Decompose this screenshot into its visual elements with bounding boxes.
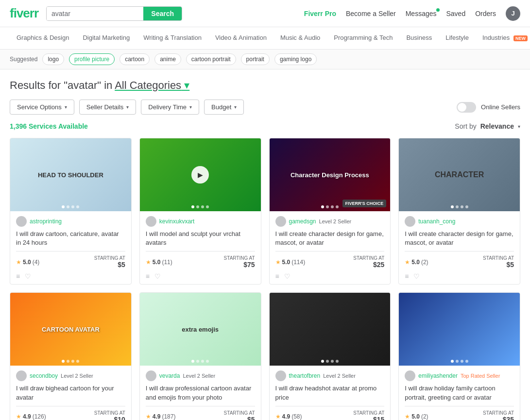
category-link[interactable]: All Categories ▾ — [115, 79, 189, 91]
card-item[interactable]: Character Design Process FIVERR'S CHOICE… — [269, 138, 391, 285]
seller-info: secondboy Level 2 Seller — [16, 370, 125, 381]
card-item[interactable]: extra emojis vevarda Level 2 Seller I wi… — [139, 292, 261, 420]
seller-level: Level 2 Seller — [323, 373, 356, 379]
rating-value: 5.0 — [411, 413, 420, 420]
star-icon: ★ — [146, 413, 151, 420]
card-footer: ★ 5.0 (2) STARTING AT $5 — [405, 251, 514, 269]
seller-level: Level 2 Seller — [183, 373, 215, 379]
rating-value: 4.9 — [153, 413, 161, 420]
nav-lifestyle[interactable]: Lifestyle — [439, 27, 476, 49]
play-button[interactable]: ▶ — [191, 166, 209, 184]
tag-logo[interactable]: logo — [42, 53, 64, 65]
sort-control[interactable]: Sort by Relevance ▾ — [455, 122, 520, 130]
price-info: STARTING AT $5 — [483, 255, 514, 269]
tag-portrait[interactable]: portrait — [241, 53, 270, 65]
card-rating: ★ 4.9 (58) — [275, 413, 302, 420]
seller-name[interactable]: vevarda — [159, 372, 180, 379]
suggested-bar: Suggested logo profile picture cartoon a… — [0, 50, 530, 69]
card-rating: ★ 5.0 (11) — [146, 259, 172, 266]
seller-name[interactable]: secondboy — [30, 372, 58, 379]
card-title: I will draw cartoon, caricature, avatar … — [16, 230, 125, 247]
card-item[interactable]: emiliyashender Top Rated Seller I will d… — [398, 292, 520, 420]
menu-icon[interactable]: ≡ — [275, 272, 279, 280]
card-item[interactable]: theartofbren Level 2 Seller I will draw … — [269, 292, 391, 420]
card-thumbnail — [399, 293, 520, 366]
seller-info: vevarda Level 2 Seller — [146, 370, 255, 381]
heart-icon[interactable]: ♡ — [413, 272, 420, 280]
fiverr-pro-link[interactable]: Fiverr Pro — [304, 10, 336, 17]
search-input[interactable] — [47, 7, 143, 20]
seller-avatar — [16, 216, 27, 227]
service-options-filter[interactable]: Service Options ▾ — [10, 100, 74, 115]
card-price: $5 — [483, 261, 514, 269]
nav-writing-translation[interactable]: Writing & Translation — [137, 27, 208, 49]
user-avatar[interactable]: J — [506, 6, 520, 21]
tag-anime[interactable]: anime — [154, 53, 181, 65]
star-icon: ★ — [16, 259, 21, 266]
search-button[interactable]: Search — [143, 7, 182, 20]
nav-video-animation[interactable]: Video & Animation — [208, 27, 274, 49]
orders-link[interactable]: Orders — [475, 10, 496, 17]
online-sellers-label: Online Sellers — [481, 103, 520, 111]
become-seller-link[interactable]: Become a Seller — [346, 10, 396, 17]
starting-at-label: STARTING AT — [224, 410, 255, 416]
saved-link[interactable]: Saved — [446, 10, 466, 17]
suggested-label: Suggested — [10, 56, 37, 63]
card-item[interactable]: ▶ kevinxukvxart I will model and sculpt … — [139, 138, 261, 285]
tag-profile-picture[interactable]: profile picture — [69, 53, 115, 65]
fiverr-logo[interactable]: fiverr — [10, 6, 38, 21]
heart-icon[interactable]: ♡ — [284, 272, 291, 280]
filters-bar: Service Options ▾ Seller Details ▾ Deliv… — [10, 100, 520, 115]
delivery-time-filter[interactable]: Delivery Time ▾ — [141, 100, 199, 115]
image-dots — [321, 360, 339, 363]
seller-level: Level 2 Seller — [61, 373, 93, 379]
starting-at-label: STARTING AT — [94, 410, 125, 416]
nav-graphics-design[interactable]: Graphics & Design — [10, 27, 76, 49]
seller-name[interactable]: astroprinting — [30, 218, 62, 225]
menu-icon[interactable]: ≡ — [16, 272, 20, 280]
card-rating: ★ 5.0 (4) — [16, 259, 39, 266]
heart-icon[interactable]: ♡ — [154, 272, 161, 280]
budget-filter[interactable]: Budget ▾ — [204, 100, 244, 115]
card-actions: ≡ ♡ — [140, 272, 261, 284]
nav-business[interactable]: Business — [399, 27, 439, 49]
card-item[interactable]: CARTOON AVATAR secondboy Level 2 Seller … — [10, 292, 132, 420]
card-body: vevarda Level 2 Seller I will draw profe… — [140, 366, 261, 420]
card-body: emiliyashender Top Rated Seller I will d… — [399, 366, 520, 420]
review-count: (2) — [421, 413, 428, 420]
chevron-down-icon: ▾ — [65, 104, 67, 110]
tag-cartoon[interactable]: cartoon — [120, 53, 150, 65]
tag-gaming-logo[interactable]: gaming logo — [274, 53, 317, 65]
menu-icon[interactable]: ≡ — [146, 272, 150, 280]
star-icon: ★ — [146, 259, 151, 266]
cards-grid: HEAD TO SHOULDER astroprinting I will dr… — [10, 138, 520, 420]
tag-cartoon-portrait[interactable]: cartoon portrait — [186, 53, 236, 65]
card-body: gamedsgn Level 2 Seller I will create ch… — [270, 211, 391, 272]
seller-name[interactable]: theartofbren — [289, 372, 321, 379]
nav-digital-marketing[interactable]: Digital Marketing — [76, 27, 137, 49]
card-thumbnail: ▶ — [140, 138, 261, 211]
messages-link[interactable]: Messages — [406, 10, 437, 17]
rating-value: 5.0 — [23, 259, 31, 266]
nav-programming-tech[interactable]: Programming & Tech — [327, 27, 399, 49]
seller-name[interactable]: emiliyashender — [418, 372, 458, 379]
price-info: STARTING AT $5 — [94, 255, 125, 269]
card-footer: ★ 5.0 (4) STARTING AT $5 — [16, 251, 125, 269]
nav-music-audio[interactable]: Music & Audio — [274, 27, 327, 49]
card-title: I will draw professional cartoon avatar … — [146, 384, 255, 402]
card-thumbnail — [270, 293, 391, 366]
card-item[interactable]: CHARACTER tuananh_cong I will create cha… — [398, 138, 520, 285]
heart-icon[interactable]: ♡ — [25, 272, 31, 280]
seller-name[interactable]: gamedsgn — [289, 218, 316, 225]
heading-prefix: Results for "avatar" in — [10, 79, 112, 91]
seller-name[interactable]: tuananh_cong — [418, 218, 455, 225]
seller-details-filter[interactable]: Seller Details ▾ — [79, 100, 137, 115]
review-count: (2) — [421, 259, 428, 266]
messages-badge-dot — [436, 8, 440, 12]
card-thumbnail: CARTOON AVATAR — [10, 293, 131, 366]
card-item[interactable]: HEAD TO SHOULDER astroprinting I will dr… — [10, 138, 132, 285]
nav-industries[interactable]: Industries NEW — [476, 27, 530, 49]
menu-icon[interactable]: ≡ — [405, 272, 409, 280]
toggle-switch[interactable] — [457, 102, 476, 113]
seller-name[interactable]: kevinxukvxart — [159, 218, 195, 225]
